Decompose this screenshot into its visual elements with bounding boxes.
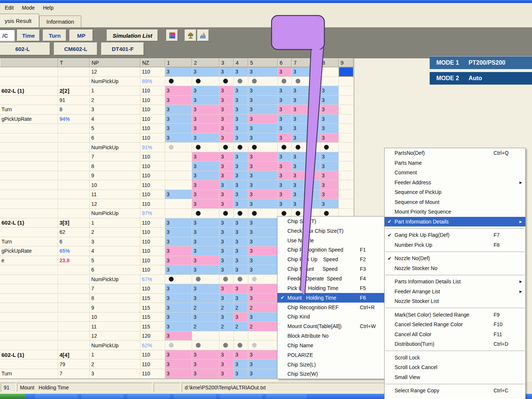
nz-cell[interactable]: 115 — [140, 294, 165, 303]
grid-cell[interactable]: 3 — [192, 152, 219, 162]
grid-cell[interactable]: 3 — [320, 161, 339, 171]
grid-cell[interactable] — [248, 331, 278, 341]
np-cell[interactable]: 1 — [90, 86, 140, 96]
grid-cell[interactable]: 3 — [192, 350, 219, 360]
menu-item-chip-recognition-ref[interactable]: Chip Recognition REFCtrl+R — [277, 303, 385, 312]
nz-cell[interactable]: 110 — [140, 284, 165, 294]
pickup-dot-cell[interactable] — [278, 77, 292, 86]
menu-item-chip-pick-up-speed[interactable]: Chip Pick Up SpeedF2 — [277, 255, 385, 264]
menu-item-select-range-copy[interactable]: Select Range CopyCtrl+C — [385, 386, 525, 396]
toolbar-button-mp[interactable]: MP — [69, 30, 93, 41]
column-header-8[interactable]: 8 — [320, 58, 339, 67]
grid-cell[interactable]: 3 — [320, 86, 339, 96]
grid-cell[interactable]: 3 — [292, 124, 320, 133]
grid-cell[interactable]: 3 — [248, 228, 278, 237]
grid-cell[interactable]: 3 — [219, 180, 234, 190]
nz-cell[interactable]: 115 — [140, 313, 165, 322]
grid-cell[interactable]: 3 — [192, 105, 219, 115]
pickup-dot-cell[interactable] — [248, 341, 278, 350]
grid-cell[interactable]: 3 — [292, 180, 320, 190]
grid-cell[interactable]: 3 — [165, 115, 192, 124]
machine-label-cell[interactable] — [0, 228, 58, 237]
grid-cell[interactable]: 3 — [248, 237, 278, 247]
column-header-9[interactable]: 9 — [339, 58, 354, 67]
machine-tab-dt401f[interactable]: DT401-F — [101, 42, 144, 55]
grid-cell[interactable]: 3 — [165, 228, 192, 237]
grid-cell[interactable] — [339, 77, 354, 86]
grid-cell[interactable]: 3 — [192, 313, 219, 322]
menu-item-feeder-address[interactable]: Feeder Address▶ — [385, 178, 525, 188]
menu-item-use-nozzle[interactable]: Use Nozzle — [277, 236, 385, 245]
machine-tab-602l[interactable]: 602-L — [0, 42, 50, 55]
t-cell[interactable] — [58, 294, 90, 303]
t-cell[interactable] — [58, 161, 90, 171]
grid-cell[interactable]: 3 — [165, 237, 192, 247]
menu-item-sequence-of-pickup[interactable]: Sequence of PickUp — [385, 187, 525, 197]
grid-cell[interactable]: 2 — [192, 303, 219, 313]
nz-cell[interactable]: 110 — [140, 96, 165, 105]
grid-cell[interactable]: 3 — [292, 67, 320, 77]
nz-cell[interactable]: 110 — [140, 256, 165, 266]
grid-cell[interactable]: 3 — [219, 115, 234, 124]
grid-cell[interactable]: 3 — [248, 115, 278, 124]
menu-item-nozzle-stocker-no[interactable]: Nozzle Stocker No — [385, 263, 525, 273]
grid-cell[interactable]: 3 — [248, 133, 278, 143]
menu-item-mount-count-table-all[interactable]: Mount Count(Table[All])Ctrl+W — [277, 321, 385, 331]
grid-cell[interactable]: 3 — [192, 133, 219, 143]
grid-cell[interactable] — [339, 124, 354, 133]
nz-cell[interactable]: 110 — [140, 199, 165, 209]
grid-cell[interactable]: 3 — [192, 67, 219, 77]
grid-cell[interactable]: 3 — [192, 190, 219, 200]
pickup-dot-cell[interactable] — [219, 209, 234, 218]
grid-cell[interactable]: 3 — [234, 190, 248, 200]
grid-cell[interactable]: 3 — [292, 199, 320, 209]
grid-cell[interactable]: 3 — [278, 190, 292, 200]
machine-label-cell[interactable]: 602-L (1) — [0, 86, 58, 96]
grid-cell[interactable]: 2 — [219, 322, 234, 331]
tab-analysis-result[interactable]: ysis Result — [0, 14, 39, 28]
np-cell[interactable]: 5 — [90, 256, 140, 266]
grid-cell[interactable]: 3 — [320, 190, 339, 200]
machine-label-cell[interactable] — [0, 265, 58, 275]
t-cell[interactable] — [58, 190, 90, 200]
grid-cell[interactable]: 3 — [248, 86, 278, 96]
grid-cell[interactable] — [165, 152, 192, 162]
pickup-dot-cell[interactable] — [234, 209, 248, 218]
np-cell[interactable]: 8 — [90, 294, 140, 303]
t-cell[interactable] — [58, 67, 90, 77]
grid-cell[interactable]: 3 — [278, 180, 292, 190]
grid-cell[interactable]: 3 — [278, 171, 292, 181]
machine-label-cell[interactable] — [0, 171, 58, 181]
t-cell[interactable]: 6 — [58, 237, 90, 247]
nz-cell[interactable]: 62% — [140, 341, 165, 350]
grid-cell[interactable]: 3 — [248, 313, 278, 322]
np-cell[interactable]: 7 — [90, 152, 140, 162]
grid-cell[interactable]: 3 — [234, 359, 248, 369]
grid-cell[interactable]: 3 — [219, 96, 234, 105]
grid-cell[interactable]: 3 — [219, 313, 234, 322]
grid-cell[interactable]: 3 — [320, 171, 339, 181]
grid-cell[interactable]: 3 — [234, 124, 248, 133]
menu-item-cancel-all-color[interactable]: Cancel All ColorF11 — [385, 330, 525, 340]
grid-cell[interactable]: 3 — [234, 115, 248, 124]
pickup-dot-cell[interactable] — [234, 275, 248, 284]
taskbar-button[interactable] — [35, 394, 78, 399]
grid-cell[interactable]: 3 — [219, 124, 234, 133]
menu-item-feeder-arrange-list[interactable]: Feeder Arrange List▶ — [385, 287, 525, 297]
np-cell[interactable]: NumPickUp — [90, 209, 140, 218]
menubar-item-mode[interactable]: Mode — [18, 5, 39, 11]
menu-item-partsno-def[interactable]: PartsNo(Def)Ctrl+Q — [385, 148, 525, 158]
column-header-3[interactable]: 3 — [219, 58, 234, 67]
pickup-dot-cell[interactable] — [234, 143, 248, 152]
machine-label-cell[interactable] — [0, 341, 58, 350]
grid-cell[interactable]: 3 — [219, 171, 234, 181]
machine-label-cell[interactable] — [0, 284, 58, 294]
np-cell[interactable]: NumPickUp — [90, 77, 140, 86]
grid-cell[interactable]: 3 — [248, 190, 278, 200]
grid-cell[interactable]: 3 — [165, 67, 192, 77]
np-cell[interactable]: 2 — [90, 228, 140, 237]
grid-cell[interactable]: 3 — [234, 96, 248, 105]
grid-cell[interactable]: 3 — [292, 105, 320, 115]
grid-cell[interactable]: 3 — [248, 369, 278, 379]
grid-cell[interactable]: 3 — [192, 161, 219, 171]
